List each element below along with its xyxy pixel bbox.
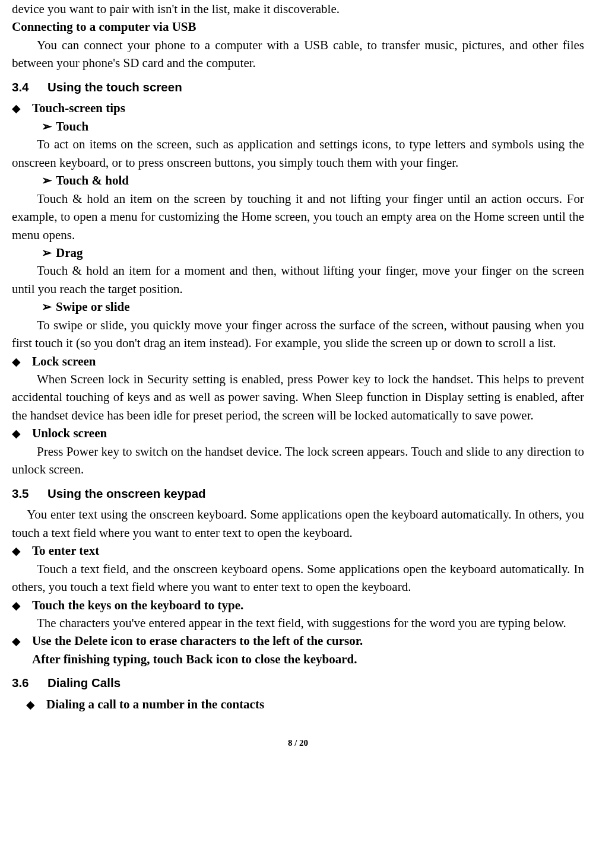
- section-3-6-heading: 3.6Dialing Calls: [12, 674, 584, 692]
- subitem-label: Swipe or slide: [56, 300, 129, 314]
- enter-text-item: ◆To enter text: [12, 542, 584, 559]
- diamond-bullet-icon: ◆: [12, 354, 32, 370]
- item-label: To enter text: [32, 543, 99, 558]
- drag-subitem: ➢Drag: [12, 244, 584, 262]
- subitem-label: Touch & hold: [56, 173, 129, 187]
- page-footer: 8 / 20: [12, 737, 584, 750]
- swipe-paragraph: To swipe or slide, you quickly move your…: [12, 316, 584, 352]
- arrow-bullet-icon: ➢: [42, 246, 52, 260]
- para-text: Touch a text field, and the onscreen key…: [12, 562, 584, 594]
- touch-screen-tips-item: ◆Touch-screen tips: [12, 99, 584, 117]
- diamond-bullet-icon: ◆: [12, 100, 32, 117]
- touch-keys-paragraph: The characters you've entered appear in …: [12, 614, 584, 632]
- item-label: Dialing a call to a number in the contac…: [46, 697, 264, 711]
- arrow-bullet-icon: ➢: [42, 173, 52, 187]
- usb-text: You can connect your phone to a computer…: [12, 38, 584, 70]
- para-text: To swipe or slide, you quickly move your…: [12, 318, 584, 350]
- para-text: Press Power key to switch on the handset…: [12, 444, 584, 476]
- page-total: 20: [299, 738, 308, 748]
- para-text: Touch & hold an item on the screen by to…: [12, 192, 584, 242]
- unlock-screen-item: ◆Unlock screen: [12, 424, 584, 442]
- para-text: You enter text using the onscreen keyboa…: [12, 507, 584, 539]
- diamond-bullet-icon: ◆: [12, 597, 32, 614]
- touch-hold-paragraph: Touch & hold an item on the screen by to…: [12, 190, 584, 244]
- arrow-bullet-icon: ➢: [42, 119, 52, 133]
- item-label: Unlock screen: [32, 426, 107, 440]
- section-3-5-heading: 3.5Using the onscreen keypad: [12, 485, 584, 503]
- section-number: 3.6: [12, 674, 47, 692]
- arrow-bullet-icon: ➢: [42, 300, 52, 314]
- touch-paragraph: To act on items on the screen, such as a…: [12, 135, 584, 171]
- section-title: Dialing Calls: [47, 676, 121, 689]
- item-label: Touch the keys on the keyboard to type.: [32, 598, 243, 612]
- enter-text-paragraph: Touch a text field, and the onscreen key…: [12, 560, 584, 596]
- para-text: Touch & hold an item for a moment and th…: [12, 263, 584, 295]
- delete-icon-item: ◆Use the Delete icon to erase characters…: [12, 632, 584, 650]
- usb-paragraph: You can connect your phone to a computer…: [12, 36, 584, 72]
- lock-screen-paragraph: When Screen lock in Security setting is …: [12, 370, 584, 424]
- lock-screen-item: ◆Lock screen: [12, 352, 584, 370]
- drag-paragraph: Touch & hold an item for a moment and th…: [12, 262, 584, 298]
- diamond-bullet-icon: ◆: [12, 543, 32, 559]
- section-number: 3.5: [12, 485, 47, 503]
- usb-heading: Connecting to a computer via USB: [12, 18, 584, 36]
- dialing-contacts-item: ◆Dialing a call to a number in the conta…: [12, 695, 584, 713]
- unlock-screen-paragraph: Press Power key to switch on the handset…: [12, 443, 584, 479]
- para-text: The characters you've entered appear in …: [37, 616, 566, 630]
- item-label: Use the Delete icon to erase characters …: [32, 634, 363, 648]
- item-label: Lock screen: [32, 354, 96, 368]
- para-text: To act on items on the screen, such as a…: [12, 137, 584, 169]
- section-title: Using the onscreen keypad: [47, 487, 206, 500]
- item-label: Touch-screen tips: [32, 101, 125, 115]
- diamond-bullet-icon: ◆: [12, 425, 32, 442]
- section-number: 3.4: [12, 78, 47, 96]
- page-separator: /: [292, 738, 299, 748]
- keypad-intro-paragraph: You enter text using the onscreen keyboa…: [12, 505, 584, 542]
- touch-hold-subitem: ➢Touch & hold: [12, 171, 584, 189]
- diamond-bullet-icon: ◆: [26, 697, 46, 713]
- para-text: When Screen lock in Security setting is …: [12, 372, 584, 422]
- section-3-4-heading: 3.4Using the touch screen: [12, 78, 584, 96]
- touch-subitem: ➢Touch: [12, 117, 584, 135]
- diamond-bullet-icon: ◆: [12, 633, 32, 650]
- subitem-label: Drag: [56, 246, 83, 260]
- section-title: Using the touch screen: [47, 80, 182, 94]
- swipe-subitem: ➢Swipe or slide: [12, 298, 584, 316]
- back-icon-line: After finishing typing, touch Back icon …: [12, 650, 584, 668]
- orphan-line: device you want to pair with isn't in th…: [12, 0, 584, 18]
- subitem-label: Touch: [56, 119, 88, 133]
- touch-keys-item: ◆Touch the keys on the keyboard to type.: [12, 596, 584, 614]
